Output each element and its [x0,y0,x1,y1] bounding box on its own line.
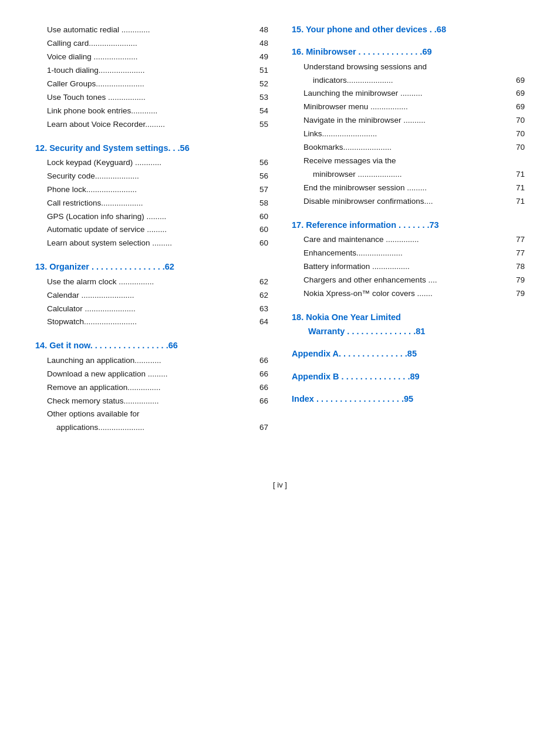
section-18-header-cont: Warranty . . . . . . . . . . . . . . .81 [292,325,525,337]
section-15-header: 15. Your phone and other devices . .68 [292,23,525,35]
right-column: 15. Your phone and other devices . .68 1… [292,23,525,445]
toc-section-intro: Use automatic redial ............. 48 Ca… [35,23,268,132]
list-item: Battery information ................. 78 [292,260,525,274]
list-item: Voice dialing .................... 49 [35,51,268,64]
list-item: applications..................... 67 [35,421,268,435]
list-item: Calendar ........................ 62 [35,289,268,302]
index-header: Index . . . . . . . . . . . . . . . . . … [292,393,525,405]
list-item: Security code.................... 56 [35,170,268,183]
list-item: Lock keypad (Keyguard) ............ 56 [35,156,268,170]
list-item: Understand browsing sessions and [292,60,525,74]
section-12-header: 12. Security and System settings. . .56 [35,142,268,154]
page-footer: [ iv ] [35,480,525,489]
footer-text: [ iv ] [273,480,287,489]
list-item: Download a new application ......... 66 [35,368,268,381]
list-item: Other options available for [35,408,268,421]
appendix-a-header: Appendix A. . . . . . . . . . . . . . .8… [292,348,525,359]
list-item: Use the alarm clock ................ 62 [35,275,268,289]
list-item: Calling card...................... 48 [35,37,268,51]
list-item: GPS (Location info sharing) ......... 60 [35,210,268,224]
appendix-b-header: Appendix B . . . . . . . . . . . . . . .… [292,371,525,382]
list-item: indicators..................... 69 [292,74,525,88]
list-item: Remove an application............... 66 [35,381,268,395]
list-item: Launching an application............ 66 [35,354,268,368]
section-14-header: 14. Get it now. . . . . . . . . . . . . … [35,339,268,351]
list-item: Minibrowser menu ................. 69 [292,100,525,114]
list-item: Check memory status................ 66 [35,395,268,408]
list-item: Caller Groups...................... 52 [35,78,268,91]
list-item: Enhancements..................... 77 [292,247,525,260]
list-item: End the minibrowser session ......... 71 [292,181,525,195]
list-item: Disable minibrowser confirmations.... 71 [292,195,525,209]
list-item: Learn about system selection ......... 6… [35,237,268,250]
list-item: Chargers and other enhancements .... 79 [292,274,525,287]
section-18-header: 18. Nokia One Year Limited [292,311,525,323]
list-item: Use automatic redial ............. 48 [35,23,268,37]
list-item: minibrowser .................... 71 [292,168,525,181]
list-item: Bookmarks...................... 70 [292,141,525,154]
list-item: Phone lock....................... 57 [35,183,268,197]
list-item: Call restrictions................... 58 [35,197,268,210]
section-16-header: 16. Minibrowser . . . . . . . . . . . . … [292,46,525,58]
toc-section-12: 12. Security and System settings. . .56 … [35,142,268,251]
list-item: Calculator ....................... 63 [35,302,268,316]
toc-container: Use automatic redial ............. 48 Ca… [35,23,525,445]
list-item: Stopwatch........................ 64 [35,315,268,329]
toc-section-appendix-b: Appendix B . . . . . . . . . . . . . . .… [292,371,525,382]
toc-section-14: 14. Get it now. . . . . . . . . . . . . … [35,339,268,435]
section-17-header: 17. Reference information . . . . . . .7… [292,219,525,231]
toc-section-13: 13. Organizer . . . . . . . . . . . . . … [35,261,268,329]
toc-section-appendix-a: Appendix A. . . . . . . . . . . . . . .8… [292,348,525,359]
toc-section-15: 15. Your phone and other devices . .68 [292,23,525,35]
list-item: Links......................... 70 [292,127,525,141]
list-item: Nokia Xpress-on™ color covers ....... 79 [292,287,525,301]
toc-section-16: 16. Minibrowser . . . . . . . . . . . . … [292,46,525,209]
list-item: Learn about Voice Recorder......... 55 [35,118,268,132]
list-item: Link phone book entries............ 54 [35,105,268,118]
list-item: Launching the minibrowser .......... 69 [292,87,525,100]
toc-section-17: 17. Reference information . . . . . . .7… [292,219,525,301]
toc-section-index: Index . . . . . . . . . . . . . . . . . … [292,393,525,405]
list-item: 1-touch dialing..................... 51 [35,64,268,78]
list-item: Use Touch tones ................. 53 [35,91,268,105]
list-item: Care and maintenance ............... 77 [292,233,525,247]
list-item: Receive messages via the [292,154,525,168]
list-item: Automatic update of service ......... 60 [35,223,268,237]
section-13-header: 13. Organizer . . . . . . . . . . . . . … [35,261,268,273]
list-item: Navigate in the minibrowser .......... 7… [292,114,525,127]
left-column: Use automatic redial ............. 48 Ca… [35,23,268,445]
toc-section-18: 18. Nokia One Year Limited Warranty . . … [292,311,525,338]
